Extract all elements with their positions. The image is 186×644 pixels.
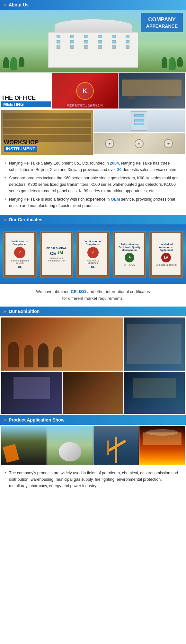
oem-highlight: OEM [111, 197, 120, 202]
instrument-photo: ◉ ◉ ◉ [93, 133, 185, 154]
product-photos-grid [0, 425, 186, 466]
exhibition-row2 [0, 371, 186, 415]
cert-3-title: Verification of Compliance [80, 240, 106, 246]
about-bullet-3: Nanjing Kelisaike is also a factory with… [4, 196, 182, 209]
exhibition-chevron-icon: » [3, 308, 6, 314]
certs-header-title: Our Certificates [9, 217, 42, 222]
cert-2-logos: CE SAI [50, 251, 63, 256]
product-section-header: » Product Application Show [0, 415, 186, 425]
cert-3-seal: ✓ [87, 247, 99, 258]
certs-text: We have obtained CE, ISO and other inter… [0, 284, 186, 307]
cert-1-body: Safety EquipmentCo., Ltd. [11, 260, 29, 264]
about-bullet-list: Nanjing Kelisaike Safety Equipment Co., … [4, 160, 182, 209]
instrument-badge: INSTRUMENT [4, 146, 37, 152]
cert-inner-2: CE SAI GLOBAL CE SAI APPENDIX 1Internati… [42, 233, 71, 275]
workshop-title: WORKSHOP [4, 139, 39, 146]
product-bullet-list: The company's products are widely used i… [4, 470, 182, 489]
cert-inner-1: Verification of Compliance ✓ Safety Equi… [5, 233, 34, 275]
company-appearance-label: COMPANY APPEARANCE [141, 13, 183, 32]
cabinet-instrument-stack: ◉ ◉ ◉ [93, 110, 185, 155]
cert-frame-3: Verification of Compliance ✓ Nanjing KLS… [76, 231, 110, 278]
exhibition-photo-1 [1, 317, 123, 371]
cert-inner-3: Verification of Compliance ✓ Nanjing KLS… [79, 233, 108, 275]
product-text-section: The company's products are widely used i… [0, 466, 186, 493]
certs-grid: Verification of Compliance ✓ Safety Equi… [3, 231, 183, 278]
certs-text-post: and other international certificates [86, 289, 150, 294]
certs-chevron-icon: » [3, 217, 6, 223]
cert-5-body: Domestic Equipment [156, 264, 177, 266]
cert-1-seal: ✓ [14, 247, 25, 258]
cert-1-title: Verification of Compliance [7, 240, 33, 246]
the-office-title: THE OFFICE [1, 95, 51, 101]
cert-1-mark: CE [18, 265, 22, 269]
building-photo-container: COMPANY APPEARANCE [0, 10, 186, 72]
meeting-room-photo [119, 73, 185, 109]
exhibition-photo-2 [124, 317, 185, 371]
year-highlight: 2004 [110, 161, 119, 166]
product-photo-4 [139, 426, 185, 465]
exhibition-header-title: Our Exhibition [9, 309, 40, 314]
about-us-title: About Us [9, 2, 29, 7]
chevron-icon: » [3, 2, 6, 8]
about-us-header: » About Us [0, 0, 186, 10]
cert-5-title: LA Mark of Automotive Equipment [153, 243, 179, 251]
cert-2-ce: CE [50, 251, 56, 256]
certs-background: Verification of Compliance ✓ Safety Equi… [0, 224, 186, 284]
cabinet-photo [93, 110, 185, 132]
company-logo-photo: K 南京科利赛克安全设备有限公司 [52, 73, 118, 109]
cert-4-body: IAF · CNAS [124, 264, 135, 266]
workshop-section: ◉ ◉ ◉ WORKSHOP INSTRUMENT [0, 109, 186, 156]
meeting-badge: MEETING [1, 101, 51, 107]
product-photo-2 [47, 426, 93, 465]
cert-4-logo: ★ [125, 253, 134, 262]
office-meeting-section: THE OFFICE MEETING K 南京科利赛克安全设备有限公司 [0, 72, 186, 109]
exhibition-row1 [0, 316, 186, 371]
product-photo-3 [93, 426, 139, 465]
exhibition-section-header: » Our Exhibition [0, 307, 186, 316]
exhibition-photo-5 [124, 372, 185, 414]
cert-frame-2: CE SAI GLOBAL CE SAI APPENDIX 1Internati… [40, 231, 73, 278]
cert-inner-5: LA Mark of Automotive Equipment LA Domes… [152, 233, 181, 275]
cert-3-body: Nanjing KLSEquipment [87, 260, 99, 264]
product-header-title: Product Application Show [9, 417, 65, 422]
workshop-text-overlay: WORKSHOP INSTRUMENT [4, 139, 39, 152]
cert-frame-4: Authentication Certificate Quality Manag… [113, 231, 146, 278]
cert-4-title: Authentication Certificate Quality Manag… [117, 243, 142, 251]
product-bullet-1: The company's products are widely used i… [4, 470, 182, 489]
certs-ce-highlight: CE, [71, 289, 78, 294]
exhibition-photo-4 [63, 372, 123, 414]
exhibition-photo-3 [1, 372, 62, 414]
cert-2-sai: SAI [58, 251, 63, 256]
count-highlight: 30 [117, 167, 122, 172]
cert-2-title: CE SAI GLOBAL [46, 247, 66, 250]
certs-text-line1-pre: We have obtained [36, 289, 71, 294]
cert-2-body: APPENDIX 1International Cert [48, 257, 65, 262]
certs-section-header: » Our Certificates [0, 215, 186, 224]
certs-text-line2: for different market requirements. [62, 296, 124, 301]
certs-iso-highlight: ISO [79, 289, 86, 294]
office-text: THE OFFICE MEETING [1, 73, 51, 109]
cert-frame-5: LA Mark of Automotive Equipment LA Domes… [149, 231, 183, 278]
product-photo-1 [1, 426, 47, 465]
product-chevron-icon: » [3, 417, 6, 423]
about-bullet-2: Standard products include the K60 series… [4, 175, 182, 194]
about-text-section: Nanjing Kelisaike Safety Equipment Co., … [0, 156, 186, 215]
cert-inner-4: Authentication Certificate Quality Manag… [115, 233, 144, 275]
cert-frame-1: Verification of Compliance ✓ Safety Equi… [3, 231, 37, 278]
cert-3-mark: CE [91, 265, 95, 269]
about-bullet-1: Nanjing Kelisaike Safety Equipment Co., … [4, 160, 182, 173]
cert-5-logo: LA [161, 253, 171, 262]
